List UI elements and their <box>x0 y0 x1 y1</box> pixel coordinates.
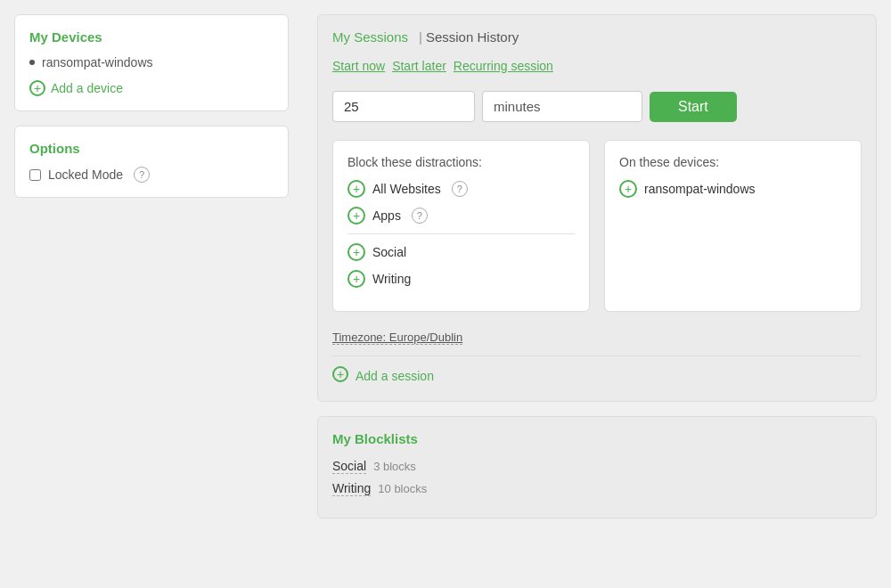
options-card: Options Locked Mode ? <box>14 126 289 198</box>
sessions-card: My Sessions | Session History Start now … <box>317 14 877 402</box>
block-item-social[interactable]: + Social <box>347 243 575 261</box>
device-name: ransompat-windows <box>42 55 153 69</box>
block-item-all-websites[interactable]: + All Websites ? <box>347 180 575 198</box>
options-title: Options <box>29 141 274 156</box>
session-controls: Start now Start later Recurring session <box>332 59 862 73</box>
add-social-icon: + <box>347 243 365 261</box>
distractions-panel: Block these distractions: + All Websites… <box>332 140 590 312</box>
all-websites-help-icon[interactable]: ? <box>452 181 468 197</box>
start-button[interactable]: Start <box>650 92 737 122</box>
recurring-session-link[interactable]: Recurring session <box>454 59 553 73</box>
start-now-link[interactable]: Start now <box>332 59 385 73</box>
blocklist-item-social: Social 3 blocks <box>332 459 862 474</box>
tab-my-sessions[interactable]: My Sessions <box>332 29 415 45</box>
apps-help-icon[interactable]: ? <box>412 208 428 224</box>
blocklists-card: My Blocklists Social 3 blocks Writing 10… <box>317 416 877 519</box>
session-input-row: minutes Start <box>332 91 862 122</box>
locked-mode-checkbox[interactable] <box>29 169 41 181</box>
add-session-row: + Add a session <box>332 355 862 387</box>
add-apps-icon: + <box>347 207 365 225</box>
sessions-tab-header: My Sessions | Session History <box>332 29 862 45</box>
device-panel-name: ransompat-windows <box>644 182 756 196</box>
devices-panel: On these devices: + ransompat-windows <box>604 140 862 312</box>
main-content: My Sessions | Session History Start now … <box>303 0 891 588</box>
timezone-link[interactable]: Timezone: Europe/Dublin <box>332 331 462 345</box>
devices-panel-title: On these devices: <box>619 155 846 169</box>
blocklist-count-writing: 10 blocks <box>378 482 427 495</box>
blocks-row: Block these distractions: + All Websites… <box>332 140 862 312</box>
devices-card: My Devices ransompat-windows + Add a dev… <box>14 14 289 111</box>
blocklist-name-social[interactable]: Social <box>332 459 366 474</box>
duration-unit-select[interactable]: minutes <box>482 91 642 122</box>
add-session-link[interactable]: Add a session <box>356 369 434 383</box>
device-dot <box>29 60 35 65</box>
sidebar: My Devices ransompat-windows + Add a dev… <box>0 0 303 588</box>
timezone-row: Timezone: Europe/Dublin <box>332 330 862 345</box>
add-device-label: Add a device <box>51 81 123 95</box>
locked-mode-help-icon[interactable]: ? <box>134 167 150 183</box>
block-divider <box>347 233 575 234</box>
add-session-label: Add a session <box>356 369 434 383</box>
duration-input[interactable] <box>332 91 475 122</box>
locked-mode-row: Locked Mode ? <box>29 167 274 183</box>
add-device-panel-icon: + <box>619 180 637 198</box>
distractions-panel-title: Block these distractions: <box>347 155 575 169</box>
device-panel-item[interactable]: + ransompat-windows <box>619 180 846 198</box>
add-session-icon: + <box>332 366 348 382</box>
block-label-apps: Apps <box>372 208 401 223</box>
block-label-writing: Writing <box>372 272 411 286</box>
add-all-websites-icon: + <box>347 180 365 198</box>
blocklist-name-writing[interactable]: Writing <box>332 481 371 496</box>
tab-separator: | <box>419 29 422 45</box>
blocklist-count-social: 3 blocks <box>373 460 416 473</box>
block-item-apps[interactable]: + Apps ? <box>347 207 575 225</box>
block-item-writing[interactable]: + Writing <box>347 270 575 288</box>
start-later-link[interactable]: Start later <box>392 59 446 73</box>
devices-title: My Devices <box>29 29 274 45</box>
blocklist-item-writing: Writing 10 blocks <box>332 481 862 496</box>
add-device-link[interactable]: + Add a device <box>29 80 274 96</box>
tab-session-history[interactable]: Session History <box>426 29 519 45</box>
locked-mode-label: Locked Mode <box>48 167 123 182</box>
blocklists-title: My Blocklists <box>332 431 862 446</box>
device-item: ransompat-windows <box>29 55 274 69</box>
block-label-all-websites: All Websites <box>372 182 441 196</box>
add-writing-icon: + <box>347 270 365 288</box>
block-label-social: Social <box>372 245 406 259</box>
add-device-plus-icon: + <box>29 80 45 96</box>
